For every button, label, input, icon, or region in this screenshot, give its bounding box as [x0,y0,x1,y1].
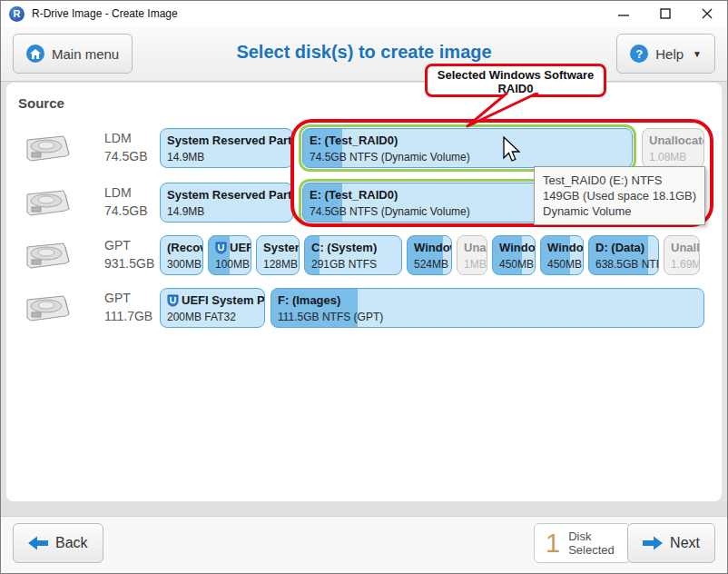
next-label: Next [670,535,700,551]
partition-block[interactable]: System Reserved Partition 14.9MB [160,128,293,168]
partition-block-unallocated[interactable]: Unallocated 1.08MB [642,128,704,168]
tooltip-line3: Dynamic Volume [543,203,696,219]
partition-title: Windows RE [547,241,576,254]
hard-disk-icon[interactable] [24,291,71,327]
callout-line1: Selected Windows Software [428,68,604,82]
disk-label: LDM74.5GB [104,183,147,220]
back-label: Back [55,535,88,551]
partition-title: System Partition [263,241,292,254]
disk-label: GPT931.5GB [104,236,154,272]
partition-subtitle: 291GB NTFS [311,258,395,271]
partition-subtitle: 100MB [215,258,244,271]
partition-block-unallocated[interactable]: Unallocated 1MB [457,235,487,275]
close-icon[interactable] [686,0,728,27]
partition-block-unallocated[interactable]: Unallocated 1.69MB [664,235,700,275]
partition-subtitle: 524MB [414,258,445,271]
partition-title: Unallocated [464,241,480,254]
partition-title: Windows RE [414,241,445,254]
uefi-shield-icon [215,242,227,254]
disk-row-1: LDM74.5GB System Reserved Partition 14.9… [6,124,722,172]
partition-title: UEFI System Partition [215,241,244,254]
tooltip-line2: 149GB (Used space 18.1GB) [543,188,696,203]
partition-block-selected[interactable]: E: (Test_RAID0) 74.5GB NTFS (Dynamic Vol… [302,128,633,168]
partition-subtitle: 450MB [547,258,576,271]
partition-block[interactable]: UEFI System Partition 100MB [208,235,251,275]
partition-title: System Reserved Partition [167,188,286,202]
partition-title: C: (System) [311,241,395,254]
next-arrow-icon [643,536,663,550]
footer-divider [0,501,728,516]
partition-title: (Recovery Partition) [167,241,196,254]
partition-subtitle: 14.9MB [167,151,286,163]
partition-block[interactable]: Windows RE 524MB [407,235,452,275]
selected-count-label: DiskSelected [568,529,615,557]
partition-subtitle: 111.5GB NTFS (GPT) [278,311,697,323]
back-button[interactable]: Back [13,523,103,563]
uefi-shield-icon [167,294,179,307]
partition-title: System Reserved Partition [167,134,286,147]
partition-strip: (Recovery Partition) 300MB UEFI System P… [160,232,704,279]
minimize-icon[interactable] [603,0,644,27]
window-controls [603,0,728,27]
partition-title: E: (Test_RAID0) [310,134,625,147]
help-label: Help [655,46,684,62]
back-arrow-icon [28,536,48,550]
partition-title: Unallocated [649,134,697,147]
hard-disk-icon[interactable] [24,185,71,222]
help-icon: ? [630,45,648,63]
partition-block[interactable]: (Recovery Partition) 300MB [160,235,203,275]
source-label: Source [18,95,64,111]
callout-line2: RAID0 [428,82,604,95]
partition-subtitle: 128MB [263,258,292,271]
partition-block[interactable]: System Reserved Partition 14.9MB [160,183,293,223]
partition-block[interactable]: D: (Data) 638.5GB NTFS [588,235,659,275]
header: Main menu Select disk(s) to create image… [0,27,728,82]
partition-title: F: (Images) [278,293,697,307]
partition-block[interactable]: System Partition 128MB [256,235,300,275]
disk-label: LDM74.5GB [104,129,147,165]
r-drive-logo-icon: R [9,6,25,22]
disk-row-3: GPT931.5GB (Recovery Partition) 300MB UE… [6,232,722,279]
partition-subtitle: 1.08MB [649,151,697,163]
disk-row-4: GPT111.7GB UEFI System Partition 200MB F… [6,284,722,332]
maximize-icon[interactable] [644,0,686,27]
partition-title: UEFI System Partition [167,293,258,307]
help-button[interactable]: ? Help ▼ [616,34,715,74]
partition-subtitle: 14.9MB [167,205,286,218]
partition-subtitle: 300MB [167,258,196,271]
chevron-down-icon: ▼ [693,49,702,59]
title-bar: R R-Drive Image - Create Image [0,0,728,27]
volume-tooltip: Test_RAID0 (E:) NTFS 149GB (Used space 1… [534,166,705,225]
window-title: R-Drive Image - Create Image [32,7,178,20]
partition-block[interactable]: C: (System) 291GB NTFS [304,235,402,275]
partition-subtitle: 450MB [499,258,528,271]
next-button[interactable]: Next [627,523,715,563]
disk-selected-indicator: 1 DiskSelected [534,523,631,563]
partition-subtitle: 74.5GB NTFS (Dynamic Volume) [310,151,625,163]
partition-block[interactable]: F: (Images) 111.5GB NTFS (GPT) [271,288,704,328]
partition-title: Windows RE [499,241,528,254]
source-panel: Source LDM74.5GB System Reserved Partiti… [6,83,722,501]
selected-count: 1 [546,529,560,559]
partition-block[interactable]: Windows RE 450MB [540,235,584,275]
partition-title: Unallocated [671,241,693,254]
tooltip-line1: Test_RAID0 (E:) NTFS [543,173,696,188]
partition-strip: UEFI System Partition 200MB FAT32 F: (Im… [160,284,704,332]
partition-subtitle: 1MB [464,258,480,271]
partition-subtitle: 200MB FAT32 [167,311,258,323]
partition-subtitle: 638.5GB NTFS [595,258,652,271]
partition-title: D: (Data) [595,241,652,254]
partition-block[interactable]: UEFI System Partition 200MB FAT32 [160,288,265,328]
partition-subtitle: 1.69MB [671,258,693,271]
annotation-callout: Selected Windows Software RAID0 [425,64,606,97]
partition-block[interactable]: Windows RE 450MB [492,235,536,275]
hard-disk-icon[interactable] [24,131,71,167]
disk-label: GPT111.7GB [104,289,152,325]
footer: Back 1 DiskSelected Next [0,516,728,574]
selected-partition-outline: E: (Test_RAID0) 74.5GB NTFS (Dynamic Vol… [299,124,636,172]
partition-strip: System Reserved Partition 14.9MB E: (Tes… [160,124,704,172]
hard-disk-icon[interactable] [24,238,71,274]
